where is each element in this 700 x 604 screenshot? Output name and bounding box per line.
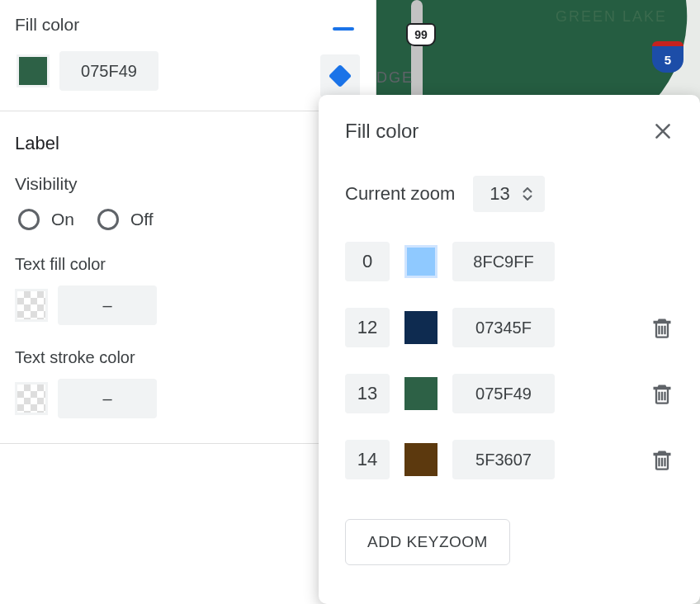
keyzoom-level[interactable]: 0: [345, 242, 390, 281]
stepper-arrows-icon: [522, 187, 533, 201]
visibility-off-label: Off: [130, 210, 154, 229]
visibility-on-label: On: [51, 210, 74, 229]
current-zoom-stepper[interactable]: 13: [473, 176, 544, 212]
keyzoom-level[interactable]: 13: [345, 374, 390, 413]
text-stroke-hex[interactable]: –: [58, 379, 157, 418]
keyzoom-row: 08FC9FF: [345, 242, 674, 281]
fill-color-hex[interactable]: 075F49: [59, 51, 158, 91]
fill-color-popup: Fill color Current zoom 13 08FC9FF120734…: [319, 95, 700, 604]
text-stroke-swatch[interactable]: [15, 382, 48, 415]
neighborhood-label: DGE: [376, 69, 414, 87]
popup-title: Fill color: [345, 120, 419, 143]
fill-color-heading: Fill color: [15, 15, 79, 35]
keyzoom-level[interactable]: 12: [345, 308, 390, 347]
visibility-off-radio[interactable]: Off: [97, 209, 154, 230]
radio-icon: [97, 209, 119, 230]
close-icon[interactable]: [652, 120, 674, 142]
diamond-icon: [329, 64, 352, 87]
green-lake-label: GREEN LAKE: [556, 8, 667, 26]
svg-rect-0: [333, 27, 354, 31]
text-fill-hex[interactable]: –: [58, 285, 157, 325]
highway-99-shield: 99: [406, 23, 436, 46]
keyzoom-diamond-button[interactable]: [320, 54, 360, 97]
keyzoom-hex[interactable]: 075F49: [452, 374, 555, 413]
text-fill-swatch[interactable]: [15, 289, 48, 322]
keyzoom-swatch[interactable]: [404, 377, 438, 410]
collapse-icon[interactable]: [333, 18, 361, 31]
keyzoom-row: 145F3607: [345, 440, 674, 479]
keyzoom-swatch[interactable]: [404, 311, 438, 344]
keyzoom-row: 13075F49: [345, 374, 674, 413]
keyzoom-swatch[interactable]: [404, 443, 438, 476]
keyzoom-hex[interactable]: 07345F: [452, 308, 555, 347]
keyzoom-hex[interactable]: 5F3607: [452, 440, 555, 479]
visibility-on-radio[interactable]: On: [18, 209, 74, 230]
keyzoom-hex[interactable]: 8FC9FF: [452, 242, 555, 281]
keyzoom-row: 1207345F: [345, 308, 674, 347]
trash-icon[interactable]: [650, 382, 674, 405]
radio-icon: [18, 209, 40, 230]
fill-color-swatch[interactable]: [17, 54, 50, 87]
interstate-5-shield: 5: [652, 41, 683, 73]
trash-icon[interactable]: [650, 448, 674, 471]
keyzoom-level[interactable]: 14: [345, 440, 390, 479]
current-zoom-value: 13: [490, 183, 509, 205]
keyzoom-swatch[interactable]: [404, 245, 438, 278]
trash-icon[interactable]: [650, 316, 674, 339]
add-keyzoom-button[interactable]: ADD KEYZOOM: [345, 519, 510, 565]
current-zoom-label: Current zoom: [345, 183, 455, 205]
